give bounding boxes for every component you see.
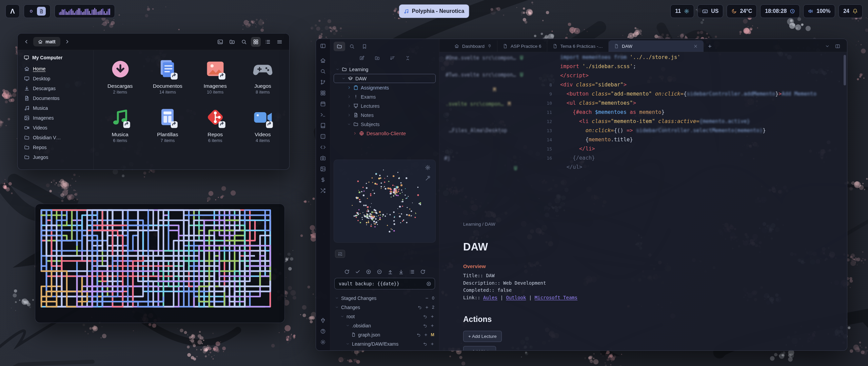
discard-button[interactable] <box>423 324 427 328</box>
add-lecture-button[interactable]: + Add Lecture <box>463 331 502 342</box>
scrollbar-thumb[interactable] <box>844 55 846 85</box>
fm-sidebar-item-obsidian-v[interactable]: Obsidian V… <box>21 133 90 142</box>
discard-button[interactable] <box>423 314 427 319</box>
discard-button[interactable] <box>423 342 427 346</box>
ribbon-image-button[interactable] <box>320 166 326 172</box>
refresh-button[interactable] <box>420 269 426 274</box>
quick-settings-widget[interactable] <box>24 4 51 18</box>
fm-sidebar-item-juegos[interactable]: Juegos <box>21 152 90 162</box>
ribbon-gear-button[interactable] <box>320 339 326 345</box>
keyboard-layout-widget[interactable]: US <box>697 4 723 18</box>
git-row-learning-daw-exams[interactable]: Learning/DAW/Exams <box>334 339 436 348</box>
file-tree-item-assignments[interactable]: Assignments <box>334 83 436 92</box>
git-row-obsidian[interactable]: .obsidian <box>334 321 436 330</box>
commit-button[interactable] <box>355 269 360 274</box>
stage-button[interactable] <box>424 333 428 337</box>
fm-sidebar-item-home[interactable]: Home <box>21 64 90 74</box>
back-button[interactable] <box>22 38 31 46</box>
add-note-button[interactable]: + Add Note <box>463 346 496 350</box>
fm-sidebar-item-desktop[interactable]: Desktop <box>21 74 90 83</box>
file-tree-item-desarrollo-cliente[interactable]: Desarrollo-Cliente <box>334 129 436 138</box>
graph-filter-button[interactable] <box>425 176 431 181</box>
file-tree-item-learning[interactable]: Learning <box>334 65 436 74</box>
folder-plus-button[interactable] <box>375 56 380 61</box>
media-widget[interactable]: Polyphia - Neurotica <box>399 4 469 18</box>
ribbon-home-button[interactable] <box>320 58 326 63</box>
git-row-root[interactable]: root <box>334 312 436 321</box>
terminal-window[interactable] <box>35 204 285 323</box>
code-block[interactable]: import mementoes from '../../store.js'im… <box>543 53 816 172</box>
git-row-changes[interactable]: Changes2 <box>334 303 436 312</box>
notifications-widget[interactable]: 24 <box>839 4 863 18</box>
note-link-aules[interactable]: Aules <box>483 295 497 300</box>
note-link-outlook[interactable]: Outlook <box>506 295 526 300</box>
menu-button[interactable] <box>275 37 284 47</box>
breadcrumb[interactable]: matt <box>33 37 60 46</box>
file-tree-item-subjects[interactable]: Subjects <box>334 120 436 129</box>
commit-message-input[interactable] <box>338 281 423 287</box>
panel-tab-bookmark[interactable] <box>359 42 370 51</box>
file-tree-item-daw[interactable]: DAW <box>334 74 436 83</box>
fm-sidebar-item-musica[interactable]: Musica <box>21 103 90 113</box>
panel-tab-search[interactable] <box>346 42 358 51</box>
file-tree-item-notes[interactable]: Notes <box>334 110 436 120</box>
tab-asp-practice-6[interactable]: ASP Practice 6 <box>497 40 547 52</box>
fm-folder-musica[interactable]: Musica6 items <box>96 106 144 143</box>
stage-all-button[interactable] <box>366 269 371 274</box>
note-link-microsoft-teams[interactable]: Microsoft Teams <box>535 295 577 300</box>
sort-button[interactable] <box>390 56 395 61</box>
unstage-button[interactable] <box>425 296 429 300</box>
layout-button[interactable] <box>409 269 415 274</box>
fm-sidebar-item-videos[interactable]: Videos <box>21 123 90 133</box>
unstage-all-button[interactable] <box>377 269 382 274</box>
ribbon-help-button[interactable] <box>320 328 326 334</box>
push-button[interactable] <box>388 269 393 274</box>
tab-tema-6-pr-cticas[interactable]: Tema 6 Prácticas -… <box>547 40 609 52</box>
clear-commit-message-button[interactable] <box>426 281 431 286</box>
file-tree-item-lectures[interactable]: Lectures <box>334 101 436 110</box>
fm-folder-descargas[interactable]: Descargas2 items <box>96 58 144 95</box>
discard-button[interactable] <box>417 333 421 337</box>
folder-plus-button[interactable] <box>227 37 237 47</box>
close-tab-button[interactable] <box>693 44 698 48</box>
edit-button[interactable] <box>359 56 364 61</box>
graph-view[interactable] <box>334 160 436 242</box>
fm-folder-videos[interactable]: Videos4 items <box>239 106 287 143</box>
git-row-graph-json[interactable]: graph.jsonM <box>334 330 436 339</box>
ribbon-calendar-button[interactable] <box>320 101 326 107</box>
pull-button[interactable] <box>398 269 404 274</box>
fm-folder-imagenes[interactable]: Imagenes10 items <box>192 58 239 95</box>
fm-folder-plantillas[interactable]: Plantillas7 items <box>144 106 191 143</box>
launcher-button[interactable]: Λ <box>5 4 20 18</box>
stage-button[interactable] <box>430 314 434 319</box>
tab-daw[interactable]: DAW <box>609 40 704 52</box>
search-button[interactable] <box>239 37 249 47</box>
stage-button[interactable] <box>430 342 434 346</box>
ribbon-branch-button[interactable] <box>320 79 326 85</box>
fm-folder-juegos[interactable]: Juegos8 items <box>239 58 287 95</box>
tab-list-button[interactable] <box>825 44 830 48</box>
note-breadcrumb[interactable]: Learning / DAW <box>463 222 755 227</box>
sidebar-toggle-button[interactable] <box>320 43 326 49</box>
panel-tab-folder[interactable] <box>334 42 345 51</box>
collapse-button[interactable] <box>405 56 410 61</box>
ribbon-shuffle-button[interactable] <box>320 188 326 194</box>
stage-button[interactable] <box>430 324 434 328</box>
volume-widget[interactable]: 100% <box>803 4 835 18</box>
ribbon-code-button[interactable] <box>320 144 326 150</box>
ribbon-dice-button[interactable] <box>320 134 326 139</box>
ribbon-book-button[interactable] <box>320 123 326 128</box>
fm-sidebar-item-repos[interactable]: Repos <box>21 142 90 152</box>
fm-sidebar-item-documentos[interactable]: Documentos <box>21 93 90 103</box>
list-button[interactable] <box>263 37 273 47</box>
notes-chip[interactable] <box>37 7 46 16</box>
ribbon-camera-button[interactable] <box>320 155 326 161</box>
ribbon-terminal-button[interactable] <box>320 112 326 118</box>
discard-button[interactable] <box>418 305 422 309</box>
ribbon-grid-button[interactable] <box>320 90 326 96</box>
clock-widget[interactable]: 18:08:28 <box>760 4 800 18</box>
graph-settings-button[interactable] <box>425 165 431 170</box>
ribbon-dollar-button[interactable] <box>320 177 326 183</box>
split-pane-button[interactable] <box>835 44 840 49</box>
git-row-staged-changes[interactable]: Staged Changes0 <box>334 293 436 303</box>
